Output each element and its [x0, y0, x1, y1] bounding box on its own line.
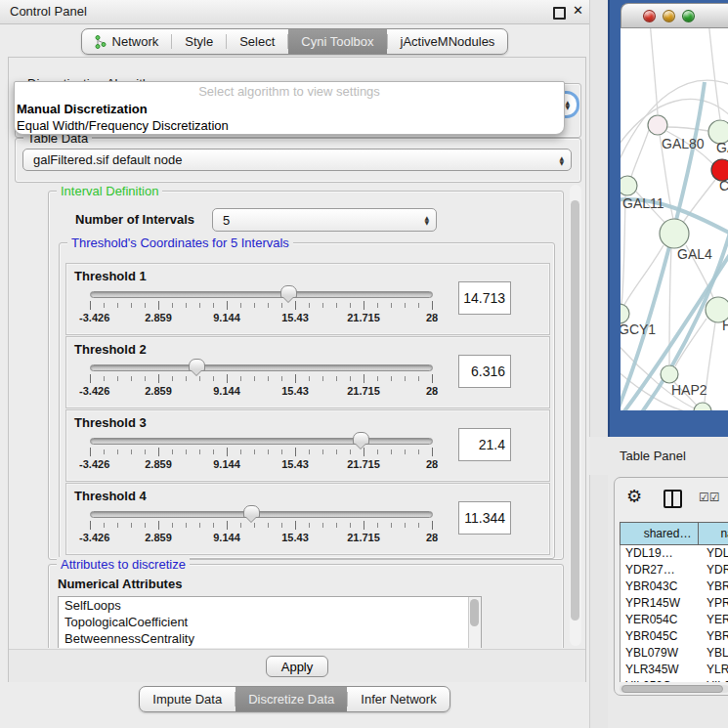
slider-tick-label: 15.43	[281, 312, 309, 323]
table-cell-name[interactable]: YER054C	[700, 612, 728, 628]
threshold-slider-track[interactable]	[90, 511, 433, 518]
table-cell-name[interactable]: YBL079W	[700, 645, 728, 662]
close-traffic-light-icon[interactable]	[643, 10, 656, 22]
table-row[interactable]: YIL052CYIL052C	[621, 678, 728, 682]
table-data-combobox[interactable]: galFiltered.sif default node ▲▼	[22, 149, 572, 171]
table-row[interactable]: YDL19…YDL19	[621, 545, 728, 562]
float-window-icon[interactable]	[553, 7, 566, 20]
threshold-slider-thumb[interactable]	[189, 359, 205, 371]
table-cell-shared[interactable]: YIL052C	[621, 678, 700, 682]
threshold-value-input[interactable]: 14.713	[458, 281, 511, 315]
table-cell-name[interactable]: YDR27	[700, 562, 728, 578]
slider-tick-label: 28	[426, 385, 438, 397]
network-canvas[interactable]: GAL80GACGAL11GAL4GCY1HHAP2	[621, 28, 728, 410]
table-row[interactable]: YBR045CYBR045C	[621, 628, 728, 645]
tab-impute-data[interactable]: Impute Data	[140, 687, 235, 711]
table-row[interactable]: YBR043CYBR043C	[621, 578, 728, 595]
node-attribute-table: shared… name YDL19…YDL19YDR27…YDR27YBR04…	[620, 522, 728, 682]
threshold-slider-track[interactable]	[90, 438, 433, 445]
threshold-value-input[interactable]: 11.344	[458, 501, 511, 535]
table-row[interactable]: YER054CYER054C	[621, 612, 728, 628]
popup-option-equal-width-frequency[interactable]: Equal Width/Frequency Discretization	[15, 117, 564, 134]
tab-select[interactable]: Select	[227, 29, 287, 54]
network-node[interactable]	[694, 403, 711, 410]
tab-style[interactable]: Style	[172, 29, 226, 54]
threshold-slider-track[interactable]	[90, 291, 433, 298]
spinner-arrows-icon: ▲▼	[424, 215, 429, 225]
table-cell-name[interactable]: YBR045C	[700, 628, 728, 645]
tab-infer-network[interactable]: Infer Network	[348, 687, 449, 711]
table-horizontal-scrollbar[interactable]	[620, 685, 728, 693]
threshold-label: Threshold 2	[74, 342, 147, 357]
threshold-slider-thumb[interactable]	[243, 505, 260, 518]
scrollbar-thumb[interactable]	[571, 200, 579, 621]
threshold-slider-thumb[interactable]	[353, 432, 369, 445]
slider-tick-label: 21.715	[347, 312, 380, 323]
table-cell-shared[interactable]: YLR345W	[621, 662, 700, 678]
table-row[interactable]: YBL079WYBL079W	[621, 645, 728, 662]
slider-tick-label: 28	[426, 532, 438, 543]
slider-tick-label: -3.426	[79, 458, 109, 470]
slider-tick-label: -3.426	[79, 385, 109, 397]
algorithm-dropdown-popup: Select algorithm to view settings Manual…	[14, 81, 565, 135]
tab-discretize-data[interactable]: Discretize Data	[236, 687, 347, 711]
table-cell-name[interactable]: YLR345W	[700, 662, 728, 678]
tab-jactivemnodules[interactable]: jActiveMNodules	[388, 29, 508, 54]
table-cell-name[interactable]: YIL052C	[700, 678, 728, 682]
table-row[interactable]: YDR27…YDR27	[621, 562, 728, 578]
slider-tick-label: 2.859	[145, 385, 172, 397]
attribute-list-item[interactable]: BetweennessCentrality	[59, 630, 481, 647]
table-cell-shared[interactable]: YER054C	[621, 612, 700, 628]
slider-tick-label: 28	[426, 458, 438, 470]
slider-tick-label: 2.859	[145, 312, 172, 323]
table-cell-shared[interactable]: YDR27…	[621, 562, 700, 578]
checkboxes-icon[interactable]: ☑☑	[699, 491, 720, 504]
threshold-slider-thumb[interactable]	[280, 285, 297, 298]
network-node-hap2[interactable]	[661, 365, 678, 383]
table-cell-shared[interactable]: YBR045C	[621, 628, 700, 645]
slider-tick-label: 2.859	[145, 458, 172, 470]
gear-icon[interactable]: ⚙	[626, 486, 642, 506]
slider-minor-ticks	[90, 376, 434, 381]
network-node-gal4[interactable]	[660, 219, 689, 248]
table-cell-shared[interactable]: YDL19…	[621, 545, 700, 562]
column-header-name[interactable]: name	[699, 523, 728, 544]
table-cell-shared[interactable]: YBR043C	[621, 578, 700, 595]
network-window-titlebar[interactable]	[621, 3, 728, 28]
table-cell-shared[interactable]: YPR145W	[621, 595, 700, 612]
panel-vertical-scrollbar[interactable]	[570, 185, 581, 646]
threshold-value-input[interactable]: 6.316	[458, 355, 511, 388]
popup-option-manual-discretization[interactable]: Manual Discretization	[15, 101, 564, 117]
table-body: YDL19…YDL19YDR27…YDR27YBR043CYBR043CYPR1…	[620, 545, 728, 682]
table-row[interactable]: YPR145WYPR145W	[621, 595, 728, 612]
table-cell-name[interactable]: YDL19	[700, 545, 728, 562]
tab-cyni-toolbox[interactable]: Cyni Toolbox	[288, 29, 386, 54]
cyni-toolbox-content: Discretization Algorithm ▲▼ Table Data g…	[8, 57, 586, 682]
table-cell-name[interactable]: YPR145W	[700, 595, 728, 612]
split-columns-icon[interactable]	[664, 490, 682, 508]
network-node-gcy1[interactable]	[621, 304, 629, 323]
table-cell-name[interactable]: YBR043C	[700, 578, 728, 595]
tab-network[interactable]: Network	[82, 29, 172, 54]
list-scrollbar[interactable]	[468, 597, 481, 648]
number-of-intervals-spinner[interactable]: 5 ▲▼	[212, 208, 437, 232]
table-row[interactable]: YLR345WYLR345W	[621, 662, 728, 678]
attribute-list-item[interactable]: SelfLoops	[59, 597, 481, 614]
panel-splitter[interactable]	[589, 0, 608, 728]
attribute-list-item[interactable]: TopologicalCoefficient	[59, 614, 481, 630]
close-icon[interactable]: ✕	[573, 3, 583, 18]
slider-tick-label: 9.144	[213, 532, 240, 543]
zoom-traffic-light-icon[interactable]	[682, 10, 695, 22]
threshold-value-input[interactable]: 21.4	[458, 428, 511, 461]
minimize-traffic-light-icon[interactable]	[663, 10, 675, 22]
table-cell-shared[interactable]: YBL079W	[621, 645, 700, 662]
apply-button[interactable]: Apply	[266, 656, 328, 677]
threshold-label: Threshold 4	[74, 489, 147, 503]
scrollbar-thumb[interactable]	[470, 599, 479, 626]
threshold-slider-track[interactable]	[90, 364, 433, 371]
numerical-attributes-heading: Numerical Attributes	[58, 577, 182, 591]
scrollbar-thumb[interactable]	[621, 685, 723, 693]
column-header-shared[interactable]: shared…	[621, 523, 699, 544]
network-node-gal80[interactable]	[648, 115, 667, 135]
network-node-gal11[interactable]	[621, 176, 637, 195]
